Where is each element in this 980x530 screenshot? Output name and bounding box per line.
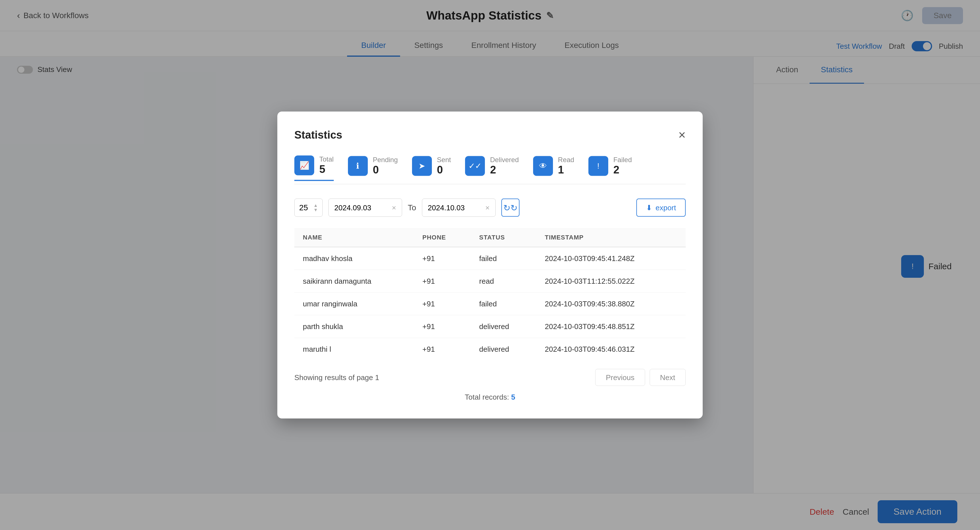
total-count: 5 [511, 393, 515, 401]
export-label: export [655, 203, 676, 212]
export-download-icon: ⬇ [646, 203, 652, 212]
stat-card-pending[interactable]: ℹ Pending 0 [348, 156, 398, 181]
pending-info: Pending 0 [373, 156, 398, 176]
pagination-row: Showing results of page 1 Previous Next [294, 369, 686, 386]
date-from-value: 2024.09.03 [334, 203, 371, 212]
modal-header: Statistics × [294, 129, 686, 141]
cell-name: saikirann damagunta [294, 270, 414, 292]
refresh-icon: ↻ [503, 203, 517, 213]
cell-name: umar ranginwala [294, 292, 414, 315]
cell-status: failed [471, 247, 536, 270]
filter-row: 25 ▲ ▼ 2024.09.03 × To 2024.10.03 × ↻ ⬇ … [294, 199, 686, 217]
cell-status: read [471, 270, 536, 292]
sent-info: Sent 0 [437, 156, 451, 176]
table-row: saikirann damagunta+91read2024-10-03T11:… [294, 270, 686, 292]
cell-timestamp: 2024-10-03T09:45:46.031Z [536, 338, 686, 360]
modal-close-button[interactable]: × [678, 129, 686, 141]
failed-stat-icon: ! [589, 156, 608, 176]
stat-card-failed[interactable]: ! Failed 2 [589, 156, 632, 181]
read-info: Read 1 [558, 156, 574, 176]
date-from-input[interactable]: 2024.09.03 × [328, 199, 402, 217]
read-icon: 👁 [533, 156, 553, 176]
cell-timestamp: 2024-10-03T09:45:38.880Z [536, 292, 686, 315]
failed-info: Failed 2 [613, 156, 632, 176]
date-to-clear-icon[interactable]: × [485, 203, 490, 212]
sent-icon: ➤ [412, 156, 432, 176]
cell-name: maruthi l [294, 338, 414, 360]
cell-status: failed [471, 292, 536, 315]
cell-name: parth shukla [294, 315, 414, 338]
sent-value: 0 [437, 164, 451, 176]
previous-button[interactable]: Previous [595, 369, 645, 386]
cell-status: delivered [471, 315, 536, 338]
pending-value: 0 [373, 164, 398, 176]
read-value: 1 [558, 164, 574, 176]
cell-phone: +91 [414, 247, 471, 270]
stat-cards-row: 📈 Total 5 ℹ Pending 0 ➤ Sent [294, 156, 686, 184]
total-info: Total 5 [319, 156, 334, 175]
total-value: 5 [319, 163, 334, 175]
to-label: To [408, 203, 416, 212]
date-to-input[interactable]: 2024.10.03 × [422, 199, 496, 217]
date-to-value: 2024.10.03 [428, 203, 465, 212]
page-size-arrows[interactable]: ▲ ▼ [313, 203, 318, 212]
table-row: madhav khosla+91failed2024-10-03T09:45:4… [294, 247, 686, 270]
table-row: maruthi l+91delivered2024-10-03T09:45:46… [294, 338, 686, 360]
cell-name: madhav khosla [294, 247, 414, 270]
pending-icon: ℹ [348, 156, 368, 176]
modal-title: Statistics [294, 129, 342, 141]
cell-phone: +91 [414, 338, 471, 360]
total-label: Total records: [465, 393, 509, 401]
delivered-info: Delivered 2 [490, 156, 519, 176]
failed-value: 2 [613, 164, 632, 176]
col-phone: PHONE [414, 228, 471, 247]
failed-label: Failed [613, 156, 632, 164]
next-button[interactable]: Next [650, 369, 686, 386]
stat-card-read[interactable]: 👁 Read 1 [533, 156, 574, 181]
total-label: Total [319, 156, 334, 163]
stat-card-total[interactable]: 📈 Total 5 [294, 156, 334, 181]
cell-status: delivered [471, 338, 536, 360]
cell-phone: +91 [414, 270, 471, 292]
delivered-label: Delivered [490, 156, 519, 164]
total-records: Total records: 5 [294, 393, 686, 401]
table-row: umar ranginwala+91failed2024-10-03T09:45… [294, 292, 686, 315]
total-icon: 📈 [294, 156, 314, 175]
delivered-value: 2 [490, 164, 519, 176]
pagination-buttons: Previous Next [595, 369, 686, 386]
delivered-icon: ✓✓ [465, 156, 485, 176]
page-size-input[interactable]: 25 ▲ ▼ [294, 199, 323, 217]
cell-phone: +91 [414, 315, 471, 338]
date-from-clear-icon[interactable]: × [392, 203, 396, 212]
cell-timestamp: 2024-10-03T11:12:55.022Z [536, 270, 686, 292]
sent-label: Sent [437, 156, 451, 164]
col-status: STATUS [471, 228, 536, 247]
stat-card-delivered[interactable]: ✓✓ Delivered 2 [465, 156, 519, 181]
col-name: NAME [294, 228, 414, 247]
statistics-table: NAME PHONE STATUS TIMESTAMP madhav khosl… [294, 228, 686, 360]
read-label: Read [558, 156, 574, 164]
table-row: parth shukla+91delivered2024-10-03T09:45… [294, 315, 686, 338]
cell-timestamp: 2024-10-03T09:45:41.248Z [536, 247, 686, 270]
showing-results-text: Showing results of page 1 [294, 373, 379, 382]
col-timestamp: TIMESTAMP [536, 228, 686, 247]
export-button[interactable]: ⬇ export [636, 199, 686, 217]
stat-card-sent[interactable]: ➤ Sent 0 [412, 156, 451, 181]
page-size-value: 25 [299, 203, 308, 212]
pending-label: Pending [373, 156, 398, 164]
cell-timestamp: 2024-10-03T09:45:48.851Z [536, 315, 686, 338]
cell-phone: +91 [414, 292, 471, 315]
statistics-modal: Statistics × 📈 Total 5 ℹ Pending 0 [277, 112, 703, 419]
refresh-button[interactable]: ↻ [501, 199, 520, 217]
